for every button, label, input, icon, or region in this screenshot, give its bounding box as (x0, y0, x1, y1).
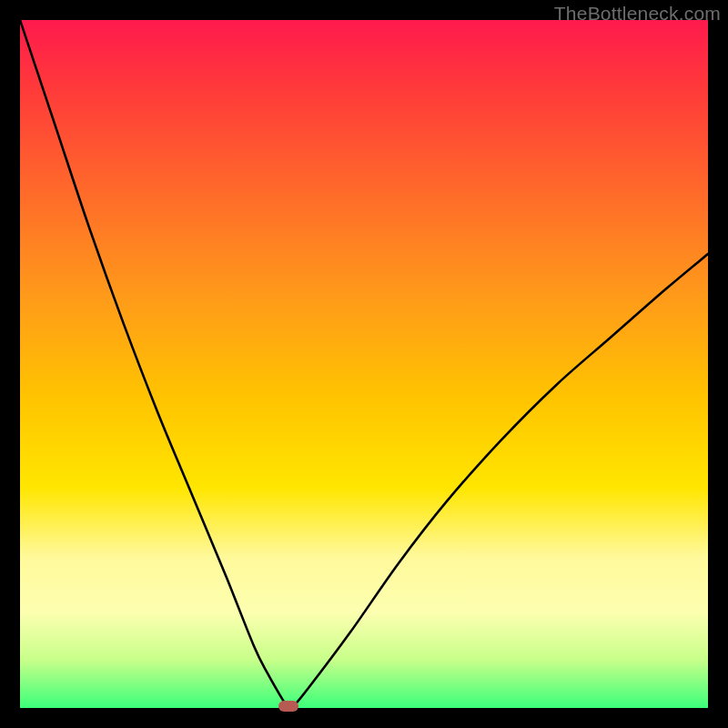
optimum-marker (278, 701, 298, 712)
plot-area (20, 20, 708, 708)
bottleneck-curve (20, 20, 708, 708)
chart-frame: TheBottleneck.com (0, 0, 728, 728)
